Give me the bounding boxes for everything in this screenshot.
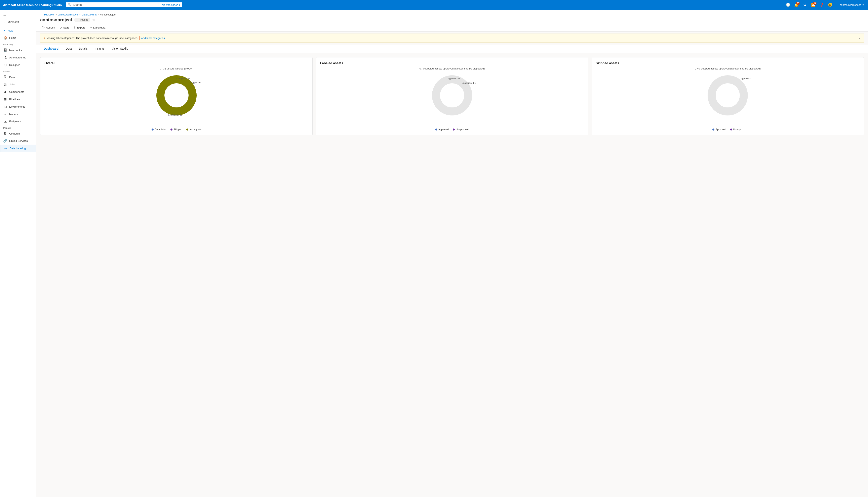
sidebar-item-environments[interactable]: ◱ Environments xyxy=(0,103,36,111)
skipped-approved-label: Approved: xyxy=(741,77,751,80)
tab-data[interactable]: Data xyxy=(62,45,75,53)
tab-vision-studio[interactable]: Vision Studio xyxy=(108,45,132,53)
page-title: contosoproject xyxy=(40,17,72,23)
sidebar-item-designer[interactable]: ⬡ Designer xyxy=(0,61,36,69)
labeled-unapproved-dot xyxy=(453,129,455,130)
favorite-star-btn[interactable]: ☆ xyxy=(92,18,96,22)
search-icon: 🔍 xyxy=(68,3,71,6)
labeled-legend: Approved Unapproved xyxy=(435,128,469,131)
refresh-btn[interactable]: ↻ Refresh xyxy=(40,25,57,30)
sidebar-new-btn[interactable]: ＋ New xyxy=(0,27,36,34)
breadcrumb-microsoft[interactable]: Microsoft xyxy=(44,13,54,16)
designer-icon: ⬡ xyxy=(3,63,7,67)
sidebar-item-automl[interactable]: ⚗ Automated ML xyxy=(0,54,36,61)
tab-dashboard[interactable]: Dashboard xyxy=(40,45,62,53)
breadcrumb-sep2: > xyxy=(79,13,80,16)
overall-card: Overall 0 / 32 assets labeled (0.00%) Co… xyxy=(40,57,313,135)
labeled-unapproved-label: Unapproved: 0 xyxy=(462,82,476,84)
legend-incomplete: Incomplete xyxy=(187,128,202,131)
updates-btn[interactable]: 🔀 14 xyxy=(810,1,817,9)
nav-icons: 🕐 🔔 23 ⚙ 🔀 14 ❓ 😊 contosoworkspace ▾ xyxy=(784,1,866,9)
breadcrumb-workspace[interactable]: contosoworkspace xyxy=(58,13,78,16)
endpoints-icon: ☁ xyxy=(3,119,7,123)
skipped-legend: Approved Unappr... xyxy=(713,128,743,131)
compute-icon: 🖥 xyxy=(3,132,7,136)
search-input[interactable] xyxy=(73,3,156,6)
sidebar-item-compute[interactable]: 🖥 Compute xyxy=(0,130,36,137)
sidebar-models-label: Models xyxy=(9,113,18,116)
notifications-btn[interactable]: 🔔 23 xyxy=(793,1,800,9)
completed-dot xyxy=(152,129,154,130)
overall-legend: Completed Skipped Incomplete xyxy=(152,128,202,131)
sidebar-endpoints-label: Endpoints xyxy=(9,120,21,123)
sidebar-item-data-labeling[interactable]: ✏ Data Labeling xyxy=(0,145,36,152)
labeled-legend-unapproved: Unapproved xyxy=(453,128,469,131)
components-icon: ⬗ xyxy=(3,90,7,94)
search-bar[interactable]: 🔍 This workspace ▾ xyxy=(66,2,182,7)
incomplete-dot xyxy=(187,129,188,130)
models-icon: ⬦ xyxy=(3,112,7,116)
sidebar-data-label: Data xyxy=(9,76,15,79)
data-labeling-icon: ✏ xyxy=(4,146,8,150)
add-label-categories-link[interactable]: Add label categories. xyxy=(139,36,167,40)
overall-skipped-label: Skipped: 0 xyxy=(190,81,201,84)
sidebar-compute-label: Compute xyxy=(9,132,20,135)
clock-icon-btn[interactable]: 🕐 xyxy=(784,1,791,9)
label-data-btn[interactable]: ✏ Label data xyxy=(88,25,108,30)
sidebar-item-notebooks[interactable]: 📓 Notebooks xyxy=(0,46,36,54)
manage-section-label: Manage xyxy=(0,125,36,130)
breadcrumb-current: contosoproject xyxy=(100,13,116,16)
skipped-dot xyxy=(170,129,173,130)
skipped-legend-approved: Approved xyxy=(713,128,726,131)
chevron-down-icon: ▾ xyxy=(179,3,180,6)
start-icon: ▷ xyxy=(60,26,62,29)
status-badge: ⏸ Paused xyxy=(74,18,90,22)
sidebar-pipelines-label: Pipelines xyxy=(9,98,20,101)
app-title: Microsoft Azure Machine Learning Studio xyxy=(2,3,62,6)
settings-btn[interactable]: ⚙ xyxy=(801,1,809,9)
warning-expand-btn[interactable]: ∨ xyxy=(858,37,860,40)
svg-point-2 xyxy=(436,79,468,111)
overall-card-subtitle: 0 / 32 assets labeled (0.00%) xyxy=(44,67,308,70)
skipped-chart-wrapper: Approved: xyxy=(706,73,750,118)
sidebar-item-pipelines[interactable]: ⊞ Pipelines xyxy=(0,96,36,103)
sidebar-item-linked-services[interactable]: 🔗 Linked Services xyxy=(0,137,36,145)
help-btn[interactable]: ❓ xyxy=(818,1,825,9)
sidebar-item-models[interactable]: ⬦ Models xyxy=(0,111,36,118)
sidebar-data-labeling-label: Data Labeling xyxy=(10,147,26,150)
tab-details[interactable]: Details xyxy=(75,45,91,53)
skipped-card-title: Skipped assets xyxy=(596,61,860,65)
page-title-row: contosoproject ⏸ Paused ☆ xyxy=(40,17,864,23)
sidebar-item-microsoft[interactable]: ← Microsoft xyxy=(0,19,36,27)
skipped-card: Skipped assets 0 / 0 skipped assets appr… xyxy=(592,57,864,135)
tabs-bar: Dashboard Data Details Insights Vision S… xyxy=(36,45,868,53)
chevron-down-icon: ▾ xyxy=(863,3,864,6)
sidebar-item-components[interactable]: ⬗ Components xyxy=(0,88,36,96)
workspace-selector[interactable]: This workspace ▾ xyxy=(158,3,180,6)
svg-point-3 xyxy=(712,79,744,111)
sidebar-item-jobs[interactable]: ⚖ Jobs xyxy=(0,81,36,88)
user-emoji-btn[interactable]: 😊 xyxy=(827,1,834,9)
status-label: Paused xyxy=(80,18,88,21)
updates-badge: 14 xyxy=(813,2,816,5)
automl-icon: ⚗ xyxy=(3,56,7,59)
breadcrumb-sep1: > xyxy=(55,13,57,16)
sidebar-item-home[interactable]: 🏠 Home xyxy=(0,34,36,42)
legend-skipped: Skipped xyxy=(170,128,182,131)
overall-completed-label: Completed: 0 xyxy=(177,77,190,80)
app-body: ☰ ← Microsoft ＋ New 🏠 Home Authoring 📓 N… xyxy=(0,10,868,497)
main-content: Microsoft > contosoworkspace > Data Labe… xyxy=(36,10,868,497)
labeled-approved-label: Approved: 0 xyxy=(448,77,459,80)
export-btn[interactable]: ⇧ Export xyxy=(71,25,87,30)
start-btn[interactable]: ▷ Start xyxy=(58,25,71,30)
hamburger-menu-btn[interactable]: ☰ xyxy=(0,10,36,19)
sidebar-item-data[interactable]: 🗄 Data xyxy=(0,73,36,81)
breadcrumb: Microsoft > contosoworkspace > Data Labe… xyxy=(40,11,864,17)
labeled-card: Labeled assets 0 / 0 labeled assets appr… xyxy=(316,57,588,135)
sidebar-item-endpoints[interactable]: ☁ Endpoints xyxy=(0,118,36,125)
overall-card-title: Overall xyxy=(44,61,308,65)
breadcrumb-data-labeling[interactable]: Data Labeling xyxy=(82,13,96,16)
sidebar: ☰ ← Microsoft ＋ New 🏠 Home Authoring 📓 N… xyxy=(0,10,36,497)
tab-insights[interactable]: Insights xyxy=(91,45,108,53)
user-workspace-btn[interactable]: contosoworkspace ▾ xyxy=(838,3,866,7)
